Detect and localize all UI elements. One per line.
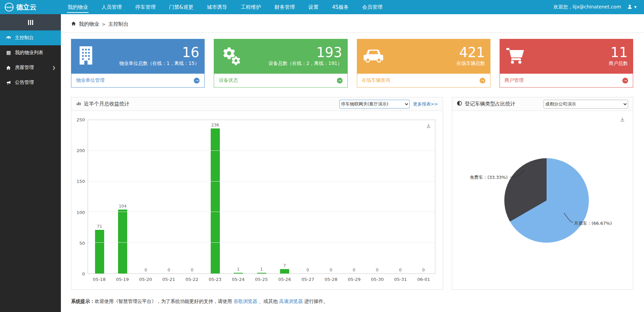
x-tick-label: 05-28: [319, 277, 343, 282]
system-hint: 系统提示：欢迎使用《智慧管理云平台》，为了系统功能更好的支持，请使用 谷歌浏览器…: [61, 290, 644, 305]
topnav-item[interactable]: 门禁&巡更: [162, 0, 200, 14]
stat-card: 16物业单位总数（在线：1，离线：15）物业单位管理→: [71, 39, 205, 88]
topnav-item[interactable]: 设置: [302, 0, 325, 14]
sidebar-item-label: 房屋管理: [15, 65, 34, 71]
sidebar-item[interactable]: 公告管理: [0, 75, 61, 90]
bar-slot: 0: [389, 120, 412, 273]
arrow-circle-right-icon: →: [337, 78, 343, 83]
x-tick-label: 05-26: [273, 277, 296, 282]
stat-label: 物业单位总数（在线：1，离线：15）: [119, 61, 200, 67]
charts-row: 近半个月总收益统计 停车物联网关(展厅演示) 更多报表>> 0501001502…: [61, 88, 644, 290]
dashboard-icon: [5, 35, 12, 41]
x-tick-label: 05-30: [366, 277, 389, 282]
x-tick-label: 06-01: [412, 277, 435, 282]
topnav-item[interactable]: 人员管理: [95, 0, 129, 14]
stat-label: 在场车辆总数: [457, 61, 485, 67]
arrow-circle-right-icon: →: [480, 78, 485, 83]
main-content: 我的物业 > 主控制台 16物业单位总数（在线：1，离线：15）物业单位管理→1…: [61, 14, 644, 312]
bar: [257, 273, 266, 273]
breadcrumb-separator: >: [102, 22, 106, 27]
y-tick-label: 200: [73, 148, 85, 153]
stat-cards-row: 16物业单位总数（在线：1，离线：15）物业单位管理→193设备总数（在线：2，…: [61, 33, 644, 88]
logo-icon: TENET: [5, 3, 14, 11]
vehicle-type-panel: 登记车辆类型占比统计 成都分公司演示 免费车：(33.33%): [452, 97, 633, 290]
bar-y-axis: 050100150200250: [73, 120, 88, 274]
sidebar-item[interactable]: 房屋管理❯: [0, 60, 61, 75]
chevron-right-icon: ❯: [52, 66, 55, 70]
gateway-select[interactable]: 停车物联网关(展厅演示): [339, 100, 410, 109]
revenue-panel-header: 近半个月总收益统计 停车物联网关(展厅演示) 更多报表>>: [71, 97, 443, 111]
topnav-item[interactable]: 财务管理: [268, 0, 302, 14]
arrow-circle-right-icon: →: [622, 78, 628, 83]
y-tick-label: 100: [73, 210, 85, 215]
sidebar-item[interactable]: 我的物业列表: [0, 45, 61, 60]
stat-value: 16: [182, 45, 199, 60]
welcome-text: 欢迎您，lijx@chinatenet.com: [554, 4, 621, 10]
more-reports-link[interactable]: 更多报表>>: [413, 101, 438, 107]
stat-label: 设备总数（在线：2，离线：191）: [269, 61, 342, 67]
bar-slot: 0: [181, 120, 204, 273]
bar-slot: 1: [250, 120, 273, 273]
bar-value-label: 1: [237, 267, 240, 272]
x-tick-label: 05-24: [227, 277, 250, 282]
x-tick-label: 05-19: [111, 277, 134, 282]
stat-value: 11: [611, 45, 628, 60]
topnav-item[interactable]: 城市诱导: [200, 0, 234, 14]
bar-slot: 0: [412, 120, 435, 273]
bar-slot: 0: [342, 120, 365, 273]
x-tick-label: 05-21: [157, 277, 181, 282]
bar-value-label: 0: [329, 268, 332, 272]
car-icon: [363, 47, 384, 65]
card-footer-link[interactable]: 物业单位管理→: [71, 73, 205, 88]
bar-slot: 0: [366, 120, 389, 273]
y-tick-label: 150: [73, 179, 85, 184]
bar-value-label: 0: [399, 268, 402, 272]
topnav-item[interactable]: 工程维护: [234, 0, 268, 14]
building-icon: [77, 46, 95, 67]
pie: [504, 158, 589, 243]
card-footer-link[interactable]: 商户管理→: [500, 73, 633, 88]
card-footer-label: 物业单位管理: [76, 77, 105, 83]
sidebar: 主控制台我的物业列表房屋管理❯公告管理: [0, 14, 61, 312]
stat-label: 商户总数: [609, 61, 628, 67]
bar-value-label: 236: [211, 123, 219, 127]
bar-chart-icon: [76, 101, 81, 107]
gridline: [88, 150, 435, 151]
topnav-item[interactable]: 4S服务: [325, 0, 355, 14]
branch-select[interactable]: 成都分公司演示: [544, 100, 628, 109]
topnav-item[interactable]: 会员管理: [355, 0, 389, 14]
fast-browser-link[interactable]: 高速浏览器: [279, 298, 303, 304]
bar-slot: 71: [88, 120, 111, 273]
y-tick-label: 250: [73, 117, 85, 122]
bar-value-label: 1: [260, 267, 263, 272]
sidebar-toggle-icon[interactable]: [0, 14, 61, 30]
bar-series: 71104000236117000000: [88, 120, 435, 273]
stat-card: 421在场车辆总数在场车辆查询→: [357, 39, 490, 88]
pie-chart: 免费车：(33.33%) 月票车：(66.67%): [452, 111, 633, 289]
bar-slot: 0: [296, 120, 319, 273]
breadcrumb-root[interactable]: 我的物业: [79, 21, 99, 27]
x-tick-label: 05-23: [204, 277, 227, 282]
download-icon[interactable]: [426, 123, 432, 130]
bar: [280, 269, 289, 273]
gears-icon: [220, 46, 241, 67]
card-footer-link[interactable]: 在场车辆查询→: [357, 73, 490, 88]
user-menu[interactable]: ▼: [627, 4, 637, 10]
card-footer-link[interactable]: 设备状态→: [214, 73, 347, 88]
x-tick-label: 05-29: [343, 277, 366, 282]
bar-value-label: 0: [306, 268, 309, 272]
sidebar-item-label: 公告管理: [15, 79, 34, 86]
chrome-browser-link[interactable]: 谷歌浏览器: [233, 298, 257, 304]
sidebar-item[interactable]: 主控制台: [0, 30, 61, 45]
app-logo[interactable]: TENET 德立云: [0, 0, 61, 14]
bar-slot: 0: [319, 120, 342, 273]
topnav-item[interactable]: 停车管理: [129, 0, 162, 14]
topnav-item[interactable]: 我的物业: [61, 0, 95, 14]
hint-text: 进行操作。: [303, 298, 328, 304]
stat-card-body: 16物业单位总数（在线：1，离线：15）: [71, 39, 205, 73]
bar-value-label: 0: [168, 268, 170, 272]
bar-slot: 0: [157, 120, 180, 273]
stat-card: 193设备总数（在线：2，离线：191）设备状态→: [214, 39, 347, 88]
top-nav: 我的物业人员管理停车管理门禁&巡更城市诱导工程维护财务管理设置4S服务会员管理: [61, 0, 389, 14]
download-icon[interactable]: [619, 116, 625, 124]
